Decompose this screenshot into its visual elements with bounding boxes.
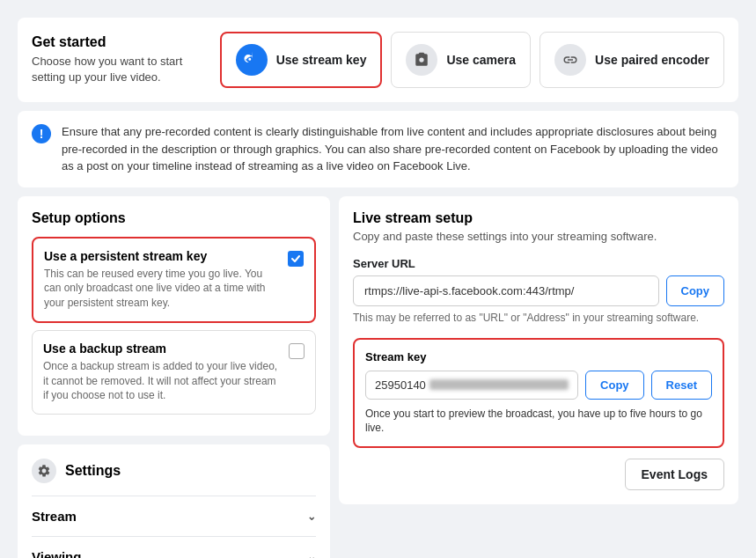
stream-key-reset-button[interactable]: Reset: [651, 371, 712, 400]
settings-heading: Settings: [65, 463, 121, 479]
settings-stream-chevron: ⌄: [307, 510, 316, 523]
settings-viewing-item[interactable]: Viewing ⌄: [32, 536, 316, 558]
backup-stream-desc: Once a backup stream is added to your li…: [43, 359, 280, 403]
settings-gear-icon: [32, 459, 56, 483]
right-column: Live stream setup Copy and paste these s…: [339, 196, 738, 559]
page-container: Get started Choose how you want to start…: [9, 9, 747, 558]
server-url-input[interactable]: [353, 275, 659, 306]
camera-icon-circle: [406, 44, 437, 76]
server-url-label: Server URL: [353, 257, 724, 270]
setup-options-title: Setup options: [32, 210, 316, 226]
live-setup-subtitle: Copy and paste these settings into your …: [353, 230, 724, 243]
bottom-section: Setup options Use a persistent stream ke…: [18, 196, 738, 559]
use-stream-key-button[interactable]: Use stream key: [220, 32, 383, 88]
persistent-key-content: Use a persistent stream key This can be …: [44, 249, 279, 311]
notice-card: ! Ensure that any pre-recorded content i…: [18, 111, 738, 187]
get-started-text: Get started Choose how you want to start…: [32, 34, 209, 85]
persistent-key-title: Use a persistent stream key: [44, 249, 279, 263]
stream-key-value: 25950140: [365, 371, 578, 400]
event-logs-row: Event Logs: [353, 459, 724, 490]
persistent-key-item: Use a persistent stream key This can be …: [32, 237, 316, 323]
backup-stream-content: Use a backup stream Once a backup stream…: [43, 341, 280, 403]
paired-encoder-icon-circle: [554, 44, 586, 76]
paired-encoder-label: Use paired encoder: [595, 53, 709, 67]
option-buttons: Use stream key Use camera: [220, 32, 724, 88]
use-camera-button[interactable]: Use camera: [391, 32, 531, 88]
setup-options-card: Setup options Use a persistent stream ke…: [18, 196, 330, 437]
stream-key-label: Use stream key: [276, 53, 367, 67]
link-icon: [562, 52, 578, 68]
stream-key-copy-button[interactable]: Copy: [585, 371, 644, 400]
backup-stream-item: Use a backup stream Once a backup stream…: [32, 330, 316, 415]
settings-viewing-label: Viewing: [32, 549, 81, 558]
stream-key-prefix: 25950140: [375, 378, 426, 392]
stream-key-box: Stream key 25950140 Copy Reset Once you …: [353, 338, 724, 449]
live-setup-card: Live stream setup Copy and paste these s…: [339, 196, 738, 505]
key-icon: [244, 52, 260, 68]
settings-viewing-chevron: ⌄: [307, 551, 316, 558]
notice-icon: !: [32, 124, 51, 143]
stream-key-icon-circle: [236, 44, 268, 76]
gear-icon: [37, 464, 51, 478]
stream-key-hidden: [429, 379, 569, 390]
get-started-card: Get started Choose how you want to start…: [18, 18, 738, 102]
stream-key-label: Stream key: [365, 350, 712, 363]
left-column: Setup options Use a persistent stream ke…: [18, 196, 330, 559]
server-url-row: Copy: [353, 275, 724, 306]
event-logs-button[interactable]: Event Logs: [625, 459, 724, 490]
settings-title-row: Settings: [32, 459, 316, 483]
live-setup-title: Live stream setup: [353, 210, 724, 226]
server-url-hint: This may be referred to as "URL" or "Add…: [353, 312, 724, 324]
settings-stream-label: Stream: [32, 509, 77, 524]
check-icon: [290, 253, 301, 264]
persistent-key-checkbox[interactable]: [288, 251, 304, 267]
stream-key-row: 25950140 Copy Reset: [365, 371, 712, 400]
persistent-key-desc: This can be reused every time you go liv…: [44, 267, 279, 311]
get-started-description: Choose how you want to start setting up …: [32, 54, 209, 85]
get-started-title: Get started: [32, 34, 209, 50]
notice-text: Ensure that any pre-recorded content is …: [62, 123, 724, 175]
settings-stream-item[interactable]: Stream ⌄: [32, 496, 316, 536]
use-paired-encoder-button[interactable]: Use paired encoder: [539, 32, 724, 88]
backup-stream-title: Use a backup stream: [43, 341, 280, 356]
camera-label: Use camera: [446, 53, 516, 67]
backup-stream-checkbox[interactable]: [289, 343, 305, 359]
stream-key-hint: Once you start to preview the broadcast,…: [365, 407, 712, 437]
get-started-section: Get started Choose how you want to start…: [32, 32, 724, 88]
settings-section: Settings Stream ⌄ Viewing ⌄: [18, 444, 330, 558]
server-url-copy-button[interactable]: Copy: [666, 275, 725, 306]
camera-icon: [414, 52, 429, 68]
